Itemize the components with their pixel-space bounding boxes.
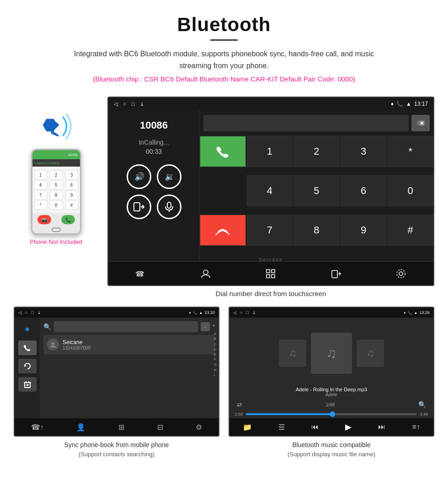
svg-point-33 <box>52 342 54 345</box>
pb-back-arrow-icon: ← <box>203 324 208 330</box>
music-equalizer-icon[interactable]: ≡↑ <box>412 423 420 431</box>
pb-bottom-transfer-icon[interactable]: ⊟ <box>157 423 163 432</box>
music-caption: Bluetooth music compatible (Support disp… <box>229 437 434 461</box>
dialer-key-star[interactable]: * <box>387 136 433 167</box>
pb-bottom-phone-icon[interactable]: ☎↑ <box>31 423 44 432</box>
bluetooth-sidebar-icon[interactable]: ✶ <box>18 322 37 337</box>
title-underline <box>210 39 238 41</box>
dialer-key-star[interactable]: * <box>34 200 47 210</box>
phone-call-row: 📷 📞 <box>32 213 80 226</box>
call-controls: 🔊 🔉 <box>127 164 181 219</box>
music-search-icon[interactable]: 🔍 <box>418 401 426 408</box>
dialer-input-field[interactable] <box>203 115 409 131</box>
nav-square-icon[interactable]: □ <box>132 101 135 107</box>
pb-phone-button[interactable] <box>18 340 37 355</box>
shuffle-icon[interactable]: ⇄ <box>237 401 242 408</box>
pb-nav-dl[interactable]: ⤓ <box>37 310 41 315</box>
dialer-key-9[interactable]: 9 <box>65 190 78 200</box>
pb-refresh-button[interactable] <box>18 359 37 373</box>
dialer-key-7[interactable]: 7 <box>247 215 293 246</box>
bottom-transfer-icon[interactable] <box>325 265 347 283</box>
pb-back-button[interactable]: ← <box>201 322 210 331</box>
music-time-total: 3:49 <box>420 412 428 416</box>
dialer-key-2[interactable]: 2 <box>293 136 340 167</box>
album-cover-left: ♫ <box>279 340 306 367</box>
dialer-key-5[interactable]: 5 <box>50 180 63 189</box>
svg-line-15 <box>229 233 229 235</box>
music-list-icon[interactable]: ☰ <box>278 423 285 432</box>
pb-search-input[interactable] <box>54 321 198 332</box>
call-answer-button[interactable] <box>200 136 246 167</box>
music-nav-square[interactable]: □ <box>246 310 248 315</box>
dialer-key-hash[interactable]: # <box>387 215 433 246</box>
music-info: Adele - Rolling In the Deep.mp3 Adele <box>229 385 433 399</box>
dialer-key-1[interactable]: 1 <box>34 170 47 179</box>
music-folder-icon[interactable]: 📁 <box>243 423 252 432</box>
call-status: InCalling... <box>139 139 169 146</box>
music-play-icon[interactable]: ▶ <box>345 422 352 432</box>
call-right-panel: 1 2 3 * 4 5 6 <box>200 110 433 261</box>
dialer-key-4[interactable]: 4 <box>247 175 293 206</box>
phone-end-button[interactable]: 📷 <box>37 215 51 224</box>
music-artist: Adele <box>229 392 433 397</box>
pb-delete-button[interactable] <box>18 377 37 392</box>
bottom-contacts-icon[interactable] <box>194 265 217 283</box>
phone-home-button[interactable] <box>52 227 61 232</box>
dialer-key-hash[interactable]: # <box>65 200 78 210</box>
music-nav-circle[interactable]: ○ <box>240 310 242 315</box>
volume-down-button[interactable]: 🔉 <box>157 164 181 189</box>
bottom-settings-icon[interactable] <box>389 265 412 283</box>
phonebook-screenshot-block: ◁ ○ □ ⤓ ♦ 📞 ▲ 13:20 ✶ <box>14 307 219 461</box>
dialer-key-4[interactable]: 4 <box>34 180 47 189</box>
pb-bottom-contacts-icon[interactable]: 👤 <box>76 423 85 432</box>
mic-button[interactable] <box>157 194 181 219</box>
call-end-button[interactable] <box>200 215 246 246</box>
pb-bottom-grid-icon[interactable]: ⊞ <box>118 423 124 432</box>
nav-back-icon[interactable]: ◁ <box>114 101 117 107</box>
dialer-row-1: 1 2 3 <box>34 170 78 179</box>
pb-refresh-icon <box>23 362 32 370</box>
dialer-key-8[interactable]: 8 <box>50 190 63 200</box>
pb-asterisk: * <box>213 324 215 330</box>
dialer-key-3[interactable]: 3 <box>341 136 387 167</box>
pb-nav-back[interactable]: ◁ <box>18 310 21 315</box>
dialer-key-2[interactable]: 2 <box>50 170 63 179</box>
bottom-phone-icon[interactable]: ☎ ↑ <box>129 265 152 283</box>
pb-nav-circle[interactable]: ○ <box>25 310 27 315</box>
pb-body: ✶ <box>15 318 219 418</box>
dialer-grid: 1 2 3 * 4 5 6 <box>200 136 433 261</box>
dialer-key-9[interactable]: 9 <box>341 215 387 246</box>
transfer-button[interactable] <box>127 194 151 219</box>
pb-nav-square[interactable]: □ <box>31 310 33 315</box>
album-cover-right: ♫ <box>357 340 384 367</box>
phone-top-bar: MORE <box>32 150 80 159</box>
dialer-key-7[interactable]: 7 <box>34 190 47 200</box>
settings-icon <box>396 269 406 279</box>
music-nav-dl[interactable]: ⤓ <box>252 310 256 315</box>
phone-call-button[interactable]: 📞 <box>61 215 75 224</box>
bottom-grid-icon[interactable] <box>259 265 282 283</box>
location-icon: ♦ <box>391 101 394 107</box>
music-next-icon[interactable]: ⏭ <box>378 423 385 431</box>
music-prev-icon[interactable]: ⏮ <box>311 423 319 431</box>
dialer-key-3[interactable]: 3 <box>65 170 78 179</box>
dialer-key-0[interactable]: 0 <box>387 175 433 206</box>
pb-bottom-settings-icon[interactable]: ⚙ <box>196 423 202 432</box>
dialer-key-8[interactable]: 8 <box>293 215 340 246</box>
music-progress-bar[interactable] <box>246 413 417 415</box>
svg-line-14 <box>216 233 217 235</box>
dialer-key-0[interactable]: 0 <box>50 200 63 210</box>
pb-contact-info: Seicane 13241007000 <box>63 339 91 351</box>
pb-avatar-icon <box>49 341 57 348</box>
dialer-key-6[interactable]: 6 <box>65 180 78 189</box>
dialer-key-1[interactable]: 1 <box>247 136 293 167</box>
dialer-backspace-button[interactable] <box>411 115 430 131</box>
nav-download-icon[interactable]: ⤓ <box>140 101 144 107</box>
music-nav-back[interactable]: ◁ <box>233 310 236 315</box>
dialer-key-6[interactable]: 6 <box>341 175 387 206</box>
dialer-key-5[interactable]: 5 <box>293 175 340 206</box>
car-status-bar: ◁ ○ □ ⤓ ♦ 📞 ▲ 13:17 <box>108 97 433 110</box>
nav-circle-icon[interactable]: ○ <box>123 101 126 107</box>
contacts-icon <box>201 269 211 279</box>
volume-up-button[interactable]: 🔊 <box>127 164 151 189</box>
